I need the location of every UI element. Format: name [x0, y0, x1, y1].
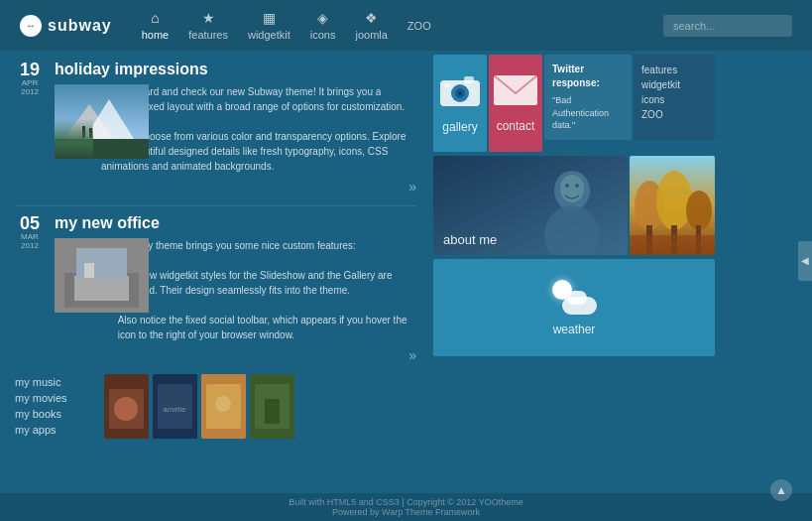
post-date-1: 19 APR 2012 [15, 61, 45, 195]
blog-post-2: 05 MAR 2012 my new office [15, 214, 416, 364]
svg-rect-5 [89, 128, 92, 138]
weather-label: weather [553, 323, 596, 336]
tile-weather[interactable]: weather [433, 259, 715, 356]
tile-about[interactable]: about me [433, 156, 628, 255]
svg-rect-9 [76, 248, 127, 278]
post-title-2[interactable]: my new office [55, 214, 416, 232]
post-month-2: MAR [15, 232, 45, 241]
nav-item-features[interactable]: ★ features [188, 10, 228, 41]
gallery-label: gallery [442, 120, 477, 134]
main-nav: ⌂ home ★ features ▦ widgetkit ◈ icons ❖ … [142, 10, 663, 41]
svg-rect-43 [630, 235, 715, 255]
right-bottom-row: weather [433, 259, 717, 356]
svg-point-35 [575, 184, 579, 188]
tile-contact[interactable]: contact [489, 55, 542, 152]
post-title-1[interactable]: holiday impressions [55, 61, 416, 78]
logo[interactable]: ↔ subway [20, 15, 112, 37]
main-content: 19 APR 2012 holiday impressions [0, 51, 812, 521]
svg-point-34 [565, 184, 569, 188]
sidebar-links: my music my movies my books my apps [15, 374, 94, 439]
nav-label-joomla: joomla [355, 29, 387, 41]
bottom-widgets: my music my movies my books my apps [15, 374, 416, 439]
post-year-2: 2012 [15, 241, 45, 250]
movie-thumb-4[interactable] [250, 374, 294, 439]
scroll-up-icon: ▲ [775, 483, 787, 497]
sidebar-link-movies[interactable]: my movies [15, 390, 94, 406]
read-more-icon-1[interactable]: » [408, 179, 416, 195]
feature-item-widgetkit[interactable]: widgetkit [641, 77, 707, 92]
svg-rect-3 [55, 139, 149, 159]
features-list: features widgetkit icons ZOO [634, 55, 715, 140]
sidebar-link-books[interactable]: my books [15, 406, 94, 422]
twitter-content: Twitter response: "Bad Authentication da… [552, 63, 624, 132]
logo-icon: ↔ [20, 15, 42, 37]
right-top-row: gallery contact Twitter r [433, 53, 717, 152]
icons-icon: ◈ [317, 10, 328, 26]
right-middle-row: about me [433, 156, 717, 255]
nav-item-widgetkit[interactable]: ▦ widgetkit [248, 10, 290, 41]
weather-icon [552, 280, 597, 315]
post-image-1 [55, 84, 93, 159]
post-image-2 [55, 238, 110, 313]
camera-icon [436, 72, 484, 112]
footer-line1: Built with HTML5 and CSS3 | Copyright © … [4, 497, 808, 507]
contact-label: contact [497, 119, 535, 133]
svg-rect-28 [444, 83, 450, 87]
sidebar-link-music[interactable]: my music [15, 374, 94, 390]
post-content-2: my new office Subway theme brings you so… [55, 214, 416, 364]
left-content: 19 APR 2012 holiday impressions [0, 51, 431, 521]
footer-line2: Powered by Warp Theme Framework [4, 507, 808, 517]
joomla-icon: ❖ [365, 10, 378, 26]
tile-twitter: Twitter response: "Bad Authentication da… [544, 55, 632, 140]
post-month-1: APR [15, 78, 45, 87]
svg-point-19 [215, 396, 231, 412]
feature-item-features[interactable]: features [641, 63, 707, 77]
read-more-icon-2[interactable]: » [408, 347, 416, 363]
sidebar-link-apps[interactable]: my apps [15, 422, 94, 438]
post-text-2: Subway theme brings you some nice custom… [118, 238, 416, 342]
scroll-up-button[interactable]: ▲ [770, 479, 792, 501]
blog-post-1: 19 APR 2012 holiday impressions [15, 61, 416, 195]
twitter-message: "Bad Authentication data." [552, 95, 609, 130]
post-divider [15, 205, 416, 206]
right-tab[interactable]: ◀ [798, 241, 812, 281]
post-date-2: 05 MAR 2012 [15, 214, 45, 364]
search-input[interactable] [663, 15, 792, 37]
post-more-1[interactable]: » [55, 178, 416, 195]
svg-rect-10 [84, 263, 94, 278]
movie-thumb-3[interactable] [201, 374, 246, 439]
svg-rect-22 [265, 399, 280, 424]
feature-item-icons[interactable]: icons [641, 92, 707, 107]
right-panel: gallery contact Twitter r [431, 51, 719, 521]
post-body-2: Subway theme brings you some nice custom… [55, 238, 416, 342]
widgetkit-icon: ▦ [263, 10, 276, 26]
logo-text: subway [48, 17, 112, 35]
post-day-2: 05 [15, 214, 45, 232]
svg-text:amélie: amélie [163, 405, 186, 414]
feature-item-zoo[interactable]: ZOO [641, 107, 707, 122]
tile-gallery[interactable]: gallery [433, 55, 487, 152]
nav-item-icons[interactable]: ◈ icons [310, 10, 336, 41]
right-tab-icon: ◀ [801, 255, 809, 266]
twitter-features-row: Twitter response: "Bad Authentication da… [544, 55, 715, 140]
svg-point-38 [656, 171, 692, 230]
svg-rect-8 [74, 276, 129, 301]
movie-thumb-2[interactable]: amélie [153, 374, 197, 439]
features-icon: ★ [202, 10, 215, 26]
autumn-photo[interactable] [630, 156, 715, 255]
nav-label-widgetkit: widgetkit [248, 29, 290, 41]
footer: Built with HTML5 and CSS3 | Copyright © … [0, 493, 812, 521]
movie-thumb-1[interactable] [104, 374, 149, 439]
post-more-2[interactable]: » [55, 346, 416, 364]
nav-item-home[interactable]: ⌂ home [142, 10, 170, 41]
nav-item-zoo[interactable]: ZOO [407, 20, 431, 32]
svg-point-13 [114, 397, 138, 421]
nav-label-home: home [142, 29, 170, 41]
nav-item-joomla[interactable]: ❖ joomla [355, 10, 387, 41]
header: ↔ subway ⌂ home ★ features ▦ widgetkit ◈… [0, 0, 812, 51]
svg-point-26 [458, 91, 462, 95]
post-year-1: 2012 [15, 87, 45, 96]
right-side-stack: Twitter response: "Bad Authentication da… [544, 55, 715, 152]
post-body-1: Get on board and check our new Subway th… [55, 84, 416, 174]
movies-grid: amélie [104, 374, 294, 439]
